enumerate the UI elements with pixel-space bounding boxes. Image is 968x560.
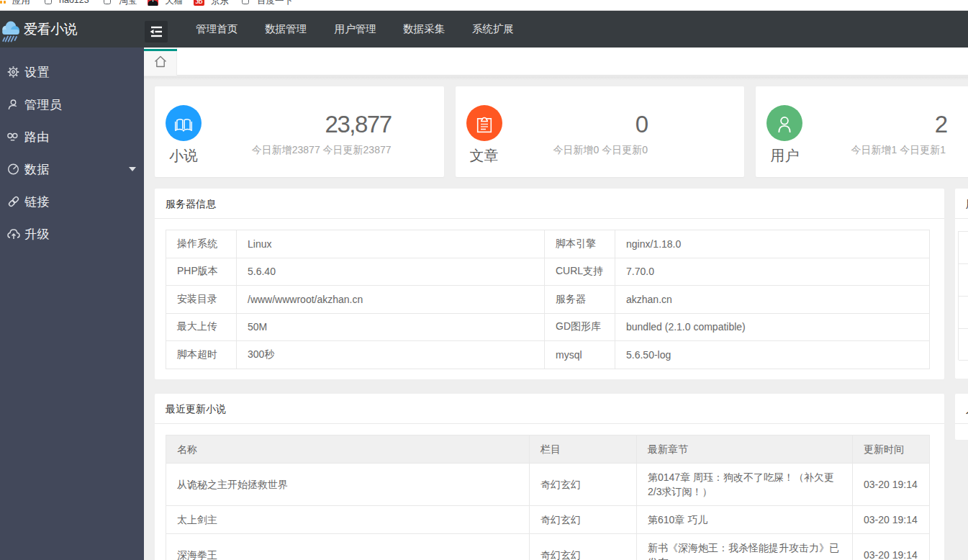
svg-text:JD: JD [195,0,202,5]
